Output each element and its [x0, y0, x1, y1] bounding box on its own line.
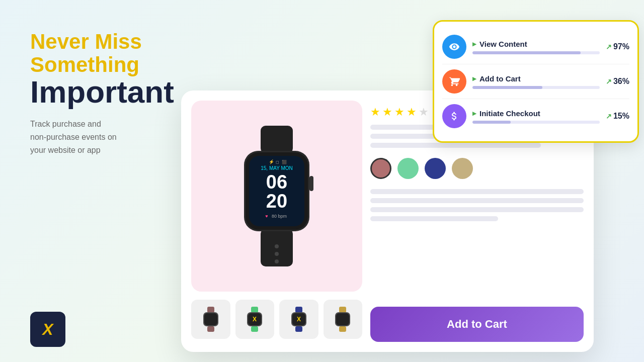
svg-text:⚡: ⚡: [269, 159, 275, 165]
thumb-blue-icon: X: [286, 307, 311, 332]
checkout-bar-fill: [472, 121, 511, 124]
swatch-green[interactable]: [397, 158, 419, 179]
svg-text:X: X: [253, 316, 257, 323]
event-item-checkout: Initiate Checkout ↗ 15%: [442, 99, 629, 133]
logo-box: X: [30, 312, 65, 347]
logo-text: X: [42, 320, 53, 339]
svg-text:80 bpm: 80 bpm: [272, 214, 287, 219]
svg-text:15, MAY MON: 15, MAY MON: [261, 165, 293, 171]
swatch-blue[interactable]: [425, 158, 446, 179]
subtext: Track purchase andnon-purchase events on…: [30, 118, 201, 156]
left-section: Never Miss Something Important Track pur…: [30, 30, 201, 156]
dollar-icon: [449, 111, 460, 122]
star-3: ★: [394, 106, 405, 119]
svg-rect-21: [251, 307, 258, 313]
thumb-gold[interactable]: [324, 300, 363, 339]
svg-rect-0: [261, 126, 293, 153]
text-line-6: [370, 207, 584, 212]
text-line-4: [370, 189, 584, 194]
svg-rect-17: [207, 307, 214, 313]
headline-line2: Important: [30, 76, 201, 108]
svg-text:♥: ♥: [265, 214, 268, 219]
view-content-label: View Content: [472, 40, 600, 48]
add-to-cart-icon-bg: [442, 69, 466, 94]
color-swatches: [370, 154, 584, 183]
svg-rect-19: [204, 313, 217, 325]
view-content-icon-bg: [442, 35, 466, 59]
swatch-rose[interactable]: [370, 158, 391, 179]
description-lines-bottom: [370, 189, 584, 301]
checkout-percent: ↗ 15%: [606, 112, 629, 121]
text-line-5: [370, 198, 584, 203]
svg-rect-26: [295, 307, 302, 313]
svg-rect-34: [339, 326, 346, 332]
event-item-view-content: View Content ↗ 97%: [442, 30, 629, 64]
view-content-content: View Content: [472, 40, 600, 54]
thumb-rose[interactable]: [191, 300, 230, 339]
star-4: ★: [407, 106, 417, 119]
svg-point-4: [275, 259, 279, 263]
svg-text:⬛: ⬛: [282, 159, 287, 164]
add-to-cart-bar: [472, 86, 600, 89]
svg-text:20: 20: [266, 191, 287, 212]
checkout-arrow: ↗: [606, 112, 612, 120]
svg-point-2: [275, 244, 279, 248]
svg-rect-30: [295, 326, 302, 332]
svg-text:06: 06: [266, 171, 287, 193]
view-content-percent: ↗ 97%: [606, 42, 629, 51]
star-5-empty: ★: [419, 106, 429, 119]
add-to-cart-button[interactable]: Add to Cart: [370, 307, 584, 342]
headline-line1: Never Miss Something: [30, 30, 201, 76]
thumb-rose-icon: [198, 307, 223, 332]
svg-rect-20: [207, 326, 214, 332]
checkout-icon-bg: [442, 104, 466, 128]
checkout-bar: [472, 121, 600, 124]
thumbnails: X X: [191, 300, 362, 339]
thumb-green-icon: X: [242, 307, 267, 332]
checkout-content: Initiate Checkout: [472, 109, 600, 124]
add-to-cart-percent: ↗ 36%: [606, 77, 629, 86]
add-to-cart-bar-fill: [472, 86, 542, 89]
thumb-gold-icon: [330, 307, 355, 332]
image-section: 15, MAY MON 06 20 ♥ 80 bpm ⚡ ◻ ⬛: [191, 101, 362, 342]
cart-icon: [449, 76, 460, 87]
main-image-box: 15, MAY MON 06 20 ♥ 80 bpm ⚡ ◻ ⬛: [191, 101, 362, 292]
eye-icon: [449, 41, 460, 52]
swatch-gold[interactable]: [452, 158, 473, 179]
thumb-green[interactable]: X: [235, 300, 275, 339]
text-line-3: [370, 143, 541, 148]
add-to-cart-arrow: ↗: [606, 77, 612, 85]
add-to-cart-label-event: Add to Cart: [472, 74, 600, 83]
svg-rect-13: [309, 176, 313, 191]
view-content-arrow: ↗: [606, 43, 612, 51]
event-tracking-widget: View Content ↗ 97% Add to Cart ↗ 36%: [433, 20, 639, 143]
event-item-add-to-cart: Add to Cart ↗ 36%: [442, 64, 629, 99]
svg-rect-31: [339, 307, 346, 313]
svg-text:X: X: [297, 316, 301, 323]
watch-illustration: 15, MAY MON 06 20 ♥ 80 bpm ⚡ ◻ ⬛: [221, 126, 332, 266]
svg-rect-33: [336, 313, 349, 325]
add-to-cart-content: Add to Cart: [472, 74, 600, 89]
text-line-7: [370, 216, 498, 221]
view-content-bar: [472, 51, 600, 54]
svg-text:◻: ◻: [276, 160, 279, 164]
star-2: ★: [382, 106, 392, 119]
svg-point-3: [275, 252, 279, 256]
svg-rect-25: [251, 326, 258, 332]
star-1: ★: [370, 106, 380, 119]
checkout-label: Initiate Checkout: [472, 109, 600, 118]
view-content-bar-fill: [472, 51, 581, 54]
thumb-blue[interactable]: X: [279, 300, 318, 339]
